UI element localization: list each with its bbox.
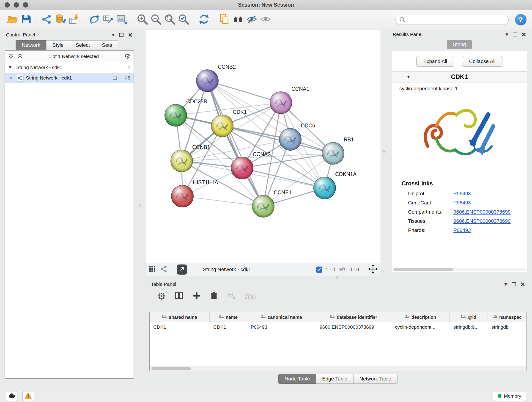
- scrollbar-thumb[interactable]: [152, 367, 191, 370]
- float-panel-icon[interactable]: [513, 32, 517, 36]
- warnings-button[interactable]: [22, 391, 34, 401]
- tab-network[interactable]: Network: [16, 40, 46, 50]
- zoom-in-button[interactable]: [135, 13, 149, 27]
- collapse-all-button[interactable]: Collapse All: [462, 56, 503, 67]
- close-panel-icon[interactable]: ×: [128, 31, 133, 38]
- delete-column-trash-icon[interactable]: [210, 291, 218, 301]
- crosslink-link[interactable]: P06493: [453, 227, 471, 233]
- tree-caret-icon[interactable]: ▼: [8, 65, 14, 70]
- gear-icon[interactable]: ⚙: [124, 52, 130, 60]
- gene-section-header[interactable]: ▼ CDK1: [392, 71, 527, 83]
- search-input[interactable]: [395, 15, 509, 25]
- import-network-icon: [41, 13, 52, 26]
- table-horizontal-scrollbar[interactable]: [150, 366, 526, 371]
- tab-style[interactable]: Style: [46, 40, 70, 50]
- tab-edge-table[interactable]: Edge Table: [316, 374, 354, 384]
- close-panel-icon[interactable]: ×: [522, 31, 526, 38]
- results-panel-titlebar: Results Panel ▾ ×: [389, 30, 529, 39]
- string-tab-badge[interactable]: String: [447, 40, 472, 49]
- import-network-button[interactable]: [40, 13, 53, 27]
- crosslink-link[interactable]: P06493: [453, 191, 471, 197]
- zoom-selected-button[interactable]: [177, 13, 190, 27]
- column-header[interactable]: database identifier: [316, 313, 391, 322]
- table-header-row: shared name name canonical name database…: [150, 313, 526, 322]
- network-node-ccne1[interactable]: CCNE1: [252, 190, 292, 217]
- tab-network-table[interactable]: Network Table: [353, 374, 398, 384]
- column-header[interactable]: @id: [450, 313, 488, 322]
- copy-button[interactable]: [217, 13, 231, 27]
- network-edge[interactable]: [207, 81, 281, 103]
- crosslink-link[interactable]: 9606.ENSP00000378699: [453, 218, 511, 224]
- network-node-cdkn1a[interactable]: CDKN1A: [314, 171, 357, 199]
- string-network-graph[interactable]: CCNB2CCNA1CDC25BCDK1CDC6RB1CCNB1CCNA2CDK…: [146, 30, 381, 263]
- network-row[interactable]: ● String Network - cdk1 11 48: [5, 73, 133, 83]
- vertical-splitter-handle-right[interactable]: [382, 150, 385, 153]
- horizontal-splitter-handle[interactable]: [336, 276, 339, 279]
- zoom-fit-button[interactable]: [163, 13, 177, 27]
- column-header[interactable]: description: [391, 313, 450, 322]
- save-session-button[interactable]: [19, 13, 33, 27]
- hidden-eye-slash-icon[interactable]: [338, 265, 346, 274]
- network-from-table-button[interactable]: [101, 13, 115, 27]
- collapse-panel-icon[interactable]: ▾: [504, 281, 507, 287]
- add-column-icon[interactable]: [192, 291, 201, 301]
- refresh-view-button[interactable]: [197, 13, 211, 27]
- close-panel-icon[interactable]: ×: [520, 281, 525, 288]
- show-columns-icon[interactable]: [174, 291, 184, 301]
- selected-checkbox-icon[interactable]: [316, 267, 322, 273]
- help-button[interactable]: ?: [515, 14, 526, 26]
- collapse-all-icon[interactable]: [8, 53, 14, 60]
- import-database-button[interactable]: [53, 13, 67, 27]
- float-panel-icon[interactable]: [512, 282, 516, 286]
- network-collection-row[interactable]: ▼ String Network - cdk1 1: [5, 62, 133, 73]
- import-table-button[interactable]: [67, 13, 81, 27]
- network-node-ccna1[interactable]: CCNA1: [270, 86, 309, 114]
- table-row[interactable]: CDK1 CDK1 P06493 9606.ENSP00000378699 cy…: [150, 322, 526, 332]
- pan-crosshair-icon[interactable]: [368, 264, 378, 275]
- section-caret-icon[interactable]: ▼: [406, 74, 411, 80]
- crosslink-link[interactable]: 9606.ENSP00000378699: [453, 209, 511, 215]
- share-network-icon[interactable]: [160, 265, 167, 274]
- column-header[interactable]: namespac: [488, 313, 526, 322]
- expand-all-button[interactable]: Expand All: [416, 56, 454, 67]
- table-settings-gear-icon[interactable]: ⚙: [157, 292, 166, 301]
- minimize-window-button[interactable]: [14, 2, 19, 7]
- open-in-new-window-button[interactable]: [177, 264, 187, 274]
- float-panel-icon[interactable]: [119, 33, 123, 37]
- network-canvas[interactable]: CCNB2CCNA1CDC25BCDK1CDC6RB1CCNB1CCNA2CDK…: [145, 30, 381, 263]
- column-header[interactable]: canonical name: [247, 313, 316, 322]
- collapse-panel-icon[interactable]: ▾: [112, 32, 114, 38]
- tab-select[interactable]: Select: [70, 40, 96, 50]
- scrollbar-thumb[interactable]: [393, 268, 453, 271]
- crosslink-link[interactable]: P06493: [453, 200, 471, 206]
- export-image-button[interactable]: [115, 13, 129, 27]
- toolbar-separator: [132, 13, 132, 26]
- results-panel-title: Results Panel: [393, 32, 423, 37]
- new-network-button[interactable]: [88, 13, 101, 27]
- home-button[interactable]: [231, 13, 245, 27]
- column-header[interactable]: name: [210, 313, 247, 322]
- memory-button[interactable]: Memory: [493, 391, 526, 401]
- show-all-button[interactable]: [259, 13, 272, 27]
- birds-eye-view-icon[interactable]: [148, 265, 157, 274]
- collapse-panel-icon[interactable]: ▾: [505, 32, 508, 37]
- question-mark-icon: ?: [519, 16, 523, 24]
- close-window-button[interactable]: [5, 2, 10, 7]
- tab-node-table[interactable]: Node Table: [278, 374, 316, 384]
- network-node-cdk1[interactable]: CDK1: [211, 109, 247, 137]
- network-edge[interactable]: [182, 196, 263, 206]
- vertical-splitter-handle-left[interactable]: [139, 204, 142, 207]
- zoom-out-button[interactable]: [149, 13, 163, 27]
- network-edge[interactable]: [207, 81, 263, 206]
- expand-all-icon[interactable]: [17, 53, 23, 60]
- tab-sets[interactable]: Sets: [96, 40, 118, 50]
- network-node-rb1[interactable]: RB1: [322, 137, 354, 164]
- column-header[interactable]: shared name: [150, 313, 210, 322]
- cloud-status-button[interactable]: [6, 391, 17, 401]
- network-node-hist1h1a[interactable]: HIST1H1A: [171, 179, 218, 207]
- hide-selected-button[interactable]: [245, 13, 259, 27]
- open-session-button[interactable]: [6, 13, 19, 27]
- zoom-window-button[interactable]: [23, 2, 28, 7]
- results-horizontal-scrollbar[interactable]: [393, 268, 526, 271]
- network-from-table-icon: [102, 13, 114, 26]
